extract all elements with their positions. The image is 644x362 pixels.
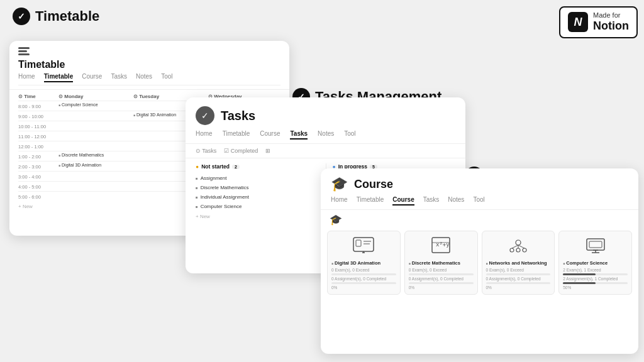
course-pct: 0% [331,285,396,290]
svg-rect-1 [356,240,361,246]
time-cell: 3:00 - 4:00 [18,173,56,180]
list-item: Networks and Networking 0 Exam(s), 0 Exc… [482,231,555,295]
svg-text:x²+y: x²+y [436,241,450,248]
time-cell: 11:00 - 12:00 [18,133,56,140]
course-nav-tasks[interactable]: Tasks [423,196,440,206]
notion-badge-text: Made for Notion [593,11,629,33]
course-icon-cs [563,236,628,258]
list-item: Digital 3D Animation 0 Exam(s), 0 Exceed… [327,231,401,295]
svg-rect-0 [353,238,374,251]
time-cell: 2:00 - 3:00 [18,163,56,170]
course-pct: 0% [409,285,474,290]
course-progress-bar-2 [563,282,628,284]
tasks-card-title: Tasks [221,109,255,123]
course-icon-row: 🎓 [321,210,638,228]
header-monday: ⊙ Monday [58,94,131,99]
not-started-count: 2 [232,165,240,169]
course-progress-bar-2 [409,282,474,284]
svg-line-13 [512,245,518,248]
course-icon-animation [331,236,396,258]
course-tag: Digital 3D Animation [58,163,131,167]
nav-notes[interactable]: Notes [136,73,152,82]
course-card-title: Course [354,178,393,191]
course-nav-timetable[interactable]: Timetable [357,196,384,206]
course-section-icon: 🎓 [330,214,342,225]
timetable-icon-row [18,47,280,55]
bar-icon [18,47,30,55]
tasks-nav-course[interactable]: Course [260,130,280,140]
list-item: Individual Assignment [196,192,326,202]
course-name: Discrete Mathematics [409,260,474,266]
course-progress-bar [331,273,396,275]
course-nav-home[interactable]: Home [331,196,348,206]
course-exams: 0 Exam(s), 0 Exceed [331,268,396,272]
course-progress-bar [486,273,551,275]
notion-logo: N [568,12,588,32]
course-pct: 0% [486,285,551,290]
timetable-heading-text: Timetable [35,8,99,25]
list-item: x²+y Discrete Mathematics 0 Exam(s), 0 E… [404,231,478,295]
subtab-board[interactable]: ⊞ [265,148,270,154]
course-tag: Computer Science [58,102,131,107]
tasks-card-header: ✓ Tasks [186,97,465,130]
timetable-check-icon: ✓ [13,8,30,25]
made-for-label: Made for [593,11,629,19]
nav-course[interactable]: Course [82,73,102,82]
course-nav-tool[interactable]: Tool [473,196,484,206]
course-assignments: 2 Assignment(s), 1 Completed [563,277,628,281]
svg-point-11 [523,248,526,252]
notion-badge: N Made for Notion [559,6,638,38]
svg-rect-17 [589,241,602,248]
course-exams: 0 Exam(s), 0 Exceed [409,268,474,272]
time-cell: 9:00 - 10:00 [18,112,56,119]
time-cell: 12:00 - 1:00 [18,143,56,150]
time-cell: 4:00 - 5:00 [18,183,56,190]
progress-fill [563,273,595,275]
tasks-circle-icon: ✓ [196,106,214,125]
subtab-tasks[interactable]: ⊙ Tasks [196,148,216,154]
course-progress-bar-2 [331,282,396,284]
time-cell: 5:00 - 6:00 [18,193,56,200]
notion-n-letter: N [574,16,582,29]
course-pct: 50% [563,285,628,290]
tasks-nav-timetable[interactable]: Timetable [223,130,250,140]
timetable-card-header: Timetable Home Timetable Course Tasks No… [9,41,289,90]
course-progress-bar-2 [486,282,551,284]
tasks-nav-tasks[interactable]: Tasks [290,130,308,140]
course-progress-bar [563,273,628,275]
nav-timetable[interactable]: Timetable [44,73,74,82]
svg-point-12 [516,248,520,252]
list-item: Assignment [196,173,326,183]
course-nav-course[interactable]: Course [392,196,414,206]
course-icon-network [486,236,551,258]
nav-home[interactable]: Home [18,73,35,82]
not-started-header: ● Not started 2 [196,163,326,170]
nav-tasks[interactable]: Tasks [111,73,127,82]
course-nav: Home Timetable Course Tasks Notes Tool [321,196,638,210]
list-item: Computer Science [196,202,326,211]
course-icon-math: x²+y [409,236,474,258]
add-new-not-started[interactable]: + New [196,211,326,222]
not-started-label: Not started [201,163,230,170]
time-cell: 8:00 - 9:00 [18,102,56,109]
course-tag: Discrete Mathematics [58,153,131,157]
tasks-subtabs: ⊙ Tasks ☑ Completed ⊞ [186,144,465,158]
svg-line-15 [518,245,525,248]
course-exams: 0 Exam(s), 0 Exceed [486,268,551,272]
header-time: ⊙ Time [18,94,56,99]
tasks-nav-notes[interactable]: Notes [318,130,334,140]
tasks-nav-tool[interactable]: Tool [344,130,355,140]
course-grid: Digital 3D Animation 0 Exam(s), 0 Exceed… [321,228,638,300]
course-progress-bar [409,273,474,275]
nav-tool[interactable]: Tool [161,73,172,82]
tasks-nav: Home Timetable Course Tasks Notes Tool [186,130,465,144]
course-name: Networks and Networking [486,260,551,266]
course-nav-notes[interactable]: Notes [448,196,464,206]
timetable-heading: ✓ Timetable [13,8,99,25]
graduation-icon: 🎓 [331,176,348,192]
tasks-nav-home[interactable]: Home [196,130,213,140]
list-item: Discrete Mathematics [196,183,326,192]
subtab-completed[interactable]: ☑ Completed [224,148,258,154]
svg-point-9 [516,240,521,245]
timetable-card-title: Timetable [18,59,280,70]
